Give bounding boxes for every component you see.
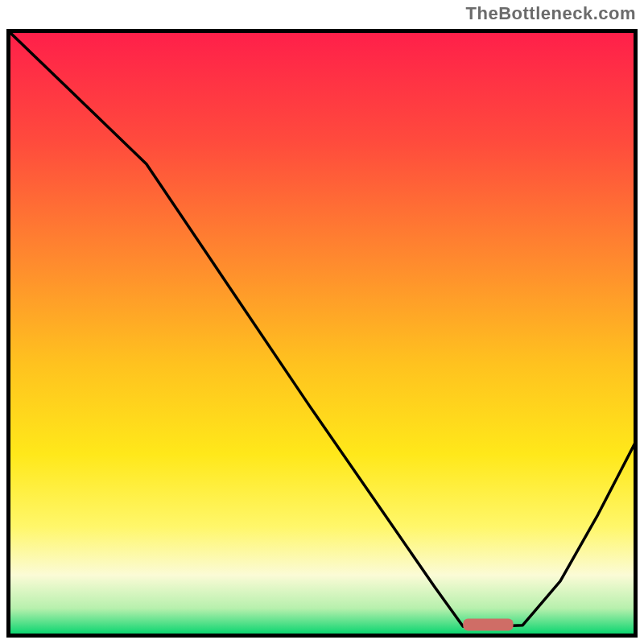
plot-svg bbox=[6, 29, 638, 638]
chart-stage: TheBottleneck.com bbox=[0, 0, 644, 644]
plot-frame bbox=[6, 29, 638, 638]
optimal-range-marker bbox=[463, 618, 513, 630]
watermark-text: TheBottleneck.com bbox=[466, 3, 636, 24]
